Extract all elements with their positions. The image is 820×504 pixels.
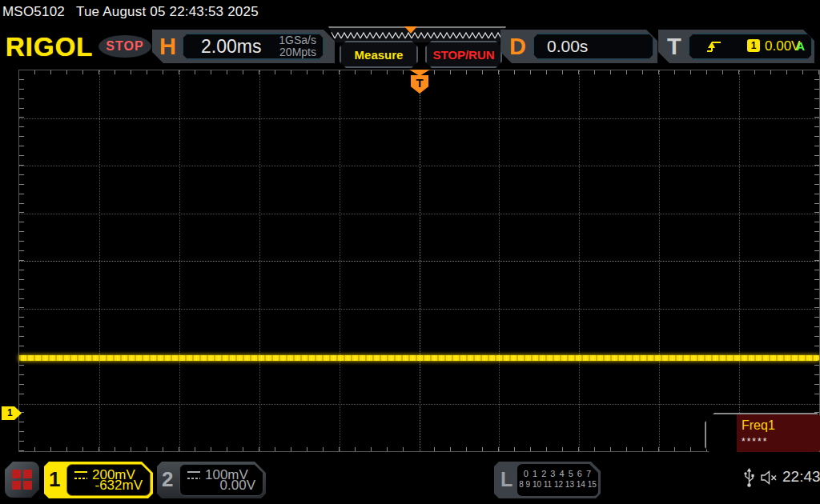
logic-channels-row2: 8 9 10 11 12 13 14 15 — [517, 480, 598, 489]
rigol-logo: RIGOL — [6, 32, 94, 62]
model-name: MSO5102 — [2, 4, 65, 19]
channel2-number: 2 — [162, 467, 173, 492]
rising-edge-trigger-icon — [705, 38, 723, 54]
channel2-offset: 0.00V — [220, 478, 255, 494]
horizontal-settings-button[interactable]: H 2.00ms 1GSa/s 20Mpts — [152, 30, 335, 63]
bottom-bar: 1 200mV -632mV 2 100mV 0.00V L — [0, 452, 820, 504]
channel2-info-box: 100mV 0.00V — [179, 464, 263, 496]
dc-coupling-icon — [74, 471, 87, 479]
graticule-ticks-bottom — [19, 447, 819, 451]
channel2-badge[interactable]: 2 100mV 0.00V — [157, 462, 266, 498]
channel1-waveform-trace — [19, 355, 819, 361]
graticule-ticks-left — [19, 70, 24, 451]
graticule-ticks-right — [814, 70, 819, 451]
delay-box: 0.00s — [533, 33, 654, 60]
timebase-box: 2.00ms 1GSa/s 20Mpts — [182, 33, 324, 60]
trigger-position-arrow-icon[interactable] — [409, 70, 430, 76]
channel1-number: 1 — [49, 467, 60, 492]
datetime-label: Tue August 05 22:43:53 2025 — [76, 4, 259, 19]
trigger-source-badge: 1 — [747, 39, 760, 52]
trigger-label: T — [667, 30, 681, 63]
stop-run-button[interactable]: STOP/RUN — [425, 41, 502, 68]
waveform-display-area: T 1 Freq1 ***** — [18, 70, 820, 452]
freq-measurement-value: ***** — [742, 436, 768, 447]
trigger-sweep-mode: A — [796, 39, 805, 53]
grid-menu-icon — [12, 470, 32, 490]
graticule-gridline — [19, 404, 819, 405]
graticule-gridline — [19, 309, 819, 310]
graticule-gridline — [19, 118, 819, 119]
delay-settings-button[interactable]: D 0.00s — [500, 30, 657, 63]
memory-depth: 20Mpts — [279, 46, 316, 58]
usb-icon — [743, 467, 755, 488]
waveform-preview-strip[interactable] — [328, 26, 506, 42]
channel1-info-box: 200mV -632mV — [66, 464, 151, 496]
trigger-box: 1 0.00V A — [688, 33, 813, 60]
run-state-badge: STOP — [98, 35, 151, 58]
clock-label: 22:43 — [782, 468, 820, 486]
dc-coupling-icon — [187, 471, 200, 479]
channel1-offset: -632mV — [94, 478, 143, 494]
logic-channels-box: 0 1 2 3 4 5 6 7 8 9 10 11 12 13 14 15 — [517, 464, 598, 496]
channel1-badge[interactable]: 1 200mV -632mV — [44, 462, 153, 498]
freq-measurement-title: Freq1 — [742, 418, 775, 433]
preview-trigger-position-icon — [404, 26, 417, 34]
trigger-settings-button[interactable]: T 1 0.00V A — [658, 30, 814, 63]
horizontal-label: H — [159, 30, 176, 63]
delay-label: D — [509, 30, 526, 63]
graticule-center-hline — [19, 261, 819, 262]
sample-rate: 1GSa/s — [279, 34, 316, 46]
trigger-level-value: 0.00V — [765, 38, 800, 54]
speaker-muted-icon — [760, 470, 779, 485]
graticule-gridline — [19, 166, 819, 166]
oscilloscope-screen: MSO5102Tue August 05 22:43:53 2025 RIGOL… — [0, 0, 820, 504]
delay-value: 0.00s — [547, 37, 588, 56]
logic-label: L — [500, 468, 512, 491]
home-menu-button[interactable] — [5, 462, 39, 498]
preview-zigzag-waveform — [328, 28, 506, 42]
acquisition-info: 1GSa/s 20Mpts — [279, 34, 316, 58]
measure-button[interactable]: Measure — [340, 41, 418, 68]
logic-channels-badge[interactable]: L 0 1 2 3 4 5 6 7 8 9 10 11 12 13 14 15 — [494, 462, 601, 498]
status-bar: MSO5102Tue August 05 22:43:53 2025 — [2, 4, 259, 20]
timebase-value: 2.00ms — [201, 36, 261, 58]
graticule-gridline — [19, 214, 819, 214]
freq-measurement-panel[interactable]: Freq1 ***** — [705, 413, 820, 454]
logic-channels-row1: 0 1 2 3 4 5 6 7 — [517, 469, 598, 478]
trigger-position-marker[interactable]: T — [411, 75, 428, 94]
